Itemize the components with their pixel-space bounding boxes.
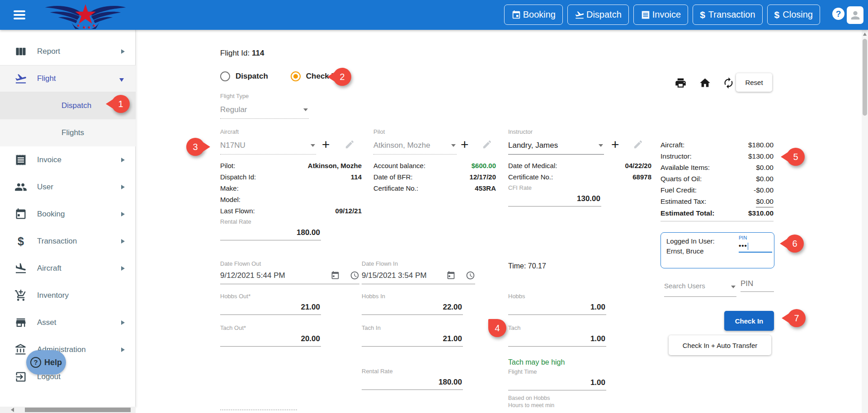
summary-label: Quarts of Oil: bbox=[660, 175, 702, 183]
chevron-right-icon bbox=[121, 320, 125, 325]
flight-dispatch-checkin-page: ★★★★ Booking Dispatch Invoice $ Transact… bbox=[0, 0, 868, 413]
clock-icon[interactable] bbox=[466, 271, 475, 280]
help-button[interactable]: ? Help bbox=[26, 350, 66, 375]
summary-label: Available Items: bbox=[660, 164, 710, 172]
chevron-right-icon bbox=[121, 239, 125, 244]
nav-closing-button[interactable]: $ Closing bbox=[767, 5, 820, 25]
detail-label: Pilot: bbox=[220, 162, 235, 169]
aircraft-select[interactable]: N17NU bbox=[220, 141, 316, 155]
vertical-scroll-thumb[interactable] bbox=[863, 39, 867, 116]
sidebar-item-flights[interactable]: Flights bbox=[0, 119, 136, 146]
people-icon bbox=[14, 181, 27, 193]
checkin-radio[interactable] bbox=[291, 71, 301, 81]
search-users-placeholder: Search Users bbox=[664, 282, 705, 290]
flight-type-label: Flight Type bbox=[220, 93, 249, 99]
edit-aircraft-icon[interactable] bbox=[344, 139, 355, 151]
clock-icon[interactable] bbox=[350, 271, 359, 280]
sidebar-item-user[interactable]: User bbox=[0, 174, 136, 201]
hobbs-out-field[interactable]: Hobbs Out* 21.00 bbox=[220, 293, 321, 315]
summary-row: Quarts of Oil: $0.00 bbox=[660, 175, 774, 183]
rental-rate-field-2[interactable]: Rental Rate 180.00 bbox=[362, 368, 463, 390]
sidebar-item-invoice[interactable]: Invoice bbox=[0, 146, 136, 174]
flight-type-value: Regular bbox=[220, 105, 247, 114]
detail-value: 453RA bbox=[475, 184, 496, 192]
dollar-icon: $ bbox=[700, 9, 705, 20]
print-icon[interactable] bbox=[675, 77, 687, 91]
sidebar-item-logout[interactable]: Logout bbox=[0, 363, 136, 390]
summary-row: Available Items: $0.00 bbox=[660, 164, 774, 172]
sidebar-item-inventory[interactable]: Inventory bbox=[0, 282, 136, 309]
tach-out-label: Tach Out* bbox=[220, 324, 321, 331]
dispatch-radio-label: Dispatch bbox=[236, 72, 268, 81]
pin-input[interactable]: ••• bbox=[739, 242, 772, 253]
aircraft-detail-row: Pilot: Atkinson, Mozhe bbox=[220, 162, 362, 169]
add-pilot-icon[interactable]: + bbox=[461, 138, 469, 151]
rental-rate-field[interactable]: Rental Rate 180.00 bbox=[220, 218, 321, 240]
home-icon[interactable] bbox=[699, 77, 711, 91]
pilot-select[interactable]: Atkinson, Mozhe bbox=[373, 141, 457, 155]
tach-in-label: Tach In bbox=[362, 324, 463, 331]
pin-search-input[interactable]: PIN bbox=[741, 279, 774, 292]
instructor-detail-row: Date of Medical: 04/22/20 bbox=[508, 162, 651, 169]
summary-value: $130.00 bbox=[748, 152, 774, 160]
sidebar-item-booking[interactable]: Booking bbox=[0, 201, 136, 228]
logged-in-user-name: Ernst, Bruce bbox=[666, 247, 704, 255]
reset-button[interactable]: Reset bbox=[736, 73, 772, 92]
nav-dispatch-button[interactable]: Dispatch bbox=[567, 5, 629, 25]
dispatch-radio[interactable] bbox=[220, 71, 230, 81]
horizontal-scroll-thumb[interactable] bbox=[25, 408, 131, 412]
hobbs-in-label: Hobbs In bbox=[362, 293, 463, 300]
aircraft-value: N17NU bbox=[220, 141, 245, 150]
summary-value: $0.00 bbox=[756, 197, 774, 207]
nav-booking-button[interactable]: Booking bbox=[504, 5, 563, 25]
pilot-detail-row: Account balance: $600.00 bbox=[373, 162, 496, 169]
chevron-down-icon bbox=[119, 78, 124, 82]
person-icon bbox=[849, 9, 862, 22]
detail-value: 09/12/21 bbox=[335, 207, 362, 215]
nav-invoice-button[interactable]: Invoice bbox=[633, 5, 688, 25]
summary-label: Instructor: bbox=[660, 152, 692, 160]
hobbs-in-field[interactable]: Hobbs In 22.00 bbox=[362, 293, 463, 315]
sidebar-item-label: Inventory bbox=[37, 291, 69, 300]
tach-in-field[interactable]: Tach In 21.00 bbox=[362, 324, 463, 347]
scroll-up-icon[interactable] bbox=[863, 33, 867, 36]
receipt-icon bbox=[641, 10, 651, 20]
hobbs-out-label: Hobbs Out* bbox=[220, 293, 321, 300]
sidebar-item-asset[interactable]: Asset bbox=[0, 309, 136, 336]
edit-pilot-icon[interactable] bbox=[482, 139, 492, 151]
calendar-icon[interactable] bbox=[330, 271, 340, 280]
sidebar-item-aircraft[interactable]: Aircraft bbox=[0, 255, 136, 282]
refresh-icon[interactable] bbox=[722, 77, 735, 91]
checkin-auto-transfer-button[interactable]: Check In + Auto Transfer bbox=[669, 335, 771, 355]
sidebar-item-transaction[interactable]: $ Transaction bbox=[0, 228, 136, 255]
sidebar-item-label: Dispatch bbox=[61, 101, 91, 110]
sidebar-item-administration[interactable]: Administration bbox=[0, 336, 136, 363]
edit-instructor-icon[interactable] bbox=[633, 139, 643, 151]
calendar-icon bbox=[14, 208, 27, 221]
annotation-badge-6: 6 bbox=[786, 235, 804, 253]
calendar-icon[interactable] bbox=[446, 271, 456, 280]
add-instructor-icon[interactable]: + bbox=[611, 138, 619, 151]
time-total-label: Time: 70.17 bbox=[508, 262, 546, 270]
search-users-select[interactable]: Search Users bbox=[664, 282, 736, 297]
scroll-left-icon[interactable] bbox=[11, 408, 14, 412]
checkin-button[interactable]: Check In bbox=[724, 311, 774, 331]
date-flown-in-field[interactable]: Date Flown In 9/15/2021 3:54 PM bbox=[362, 260, 475, 284]
cfi-rate-field[interactable]: CFI Rate 130.00 bbox=[508, 184, 601, 206]
dropdown-arrow-icon bbox=[731, 286, 736, 288]
add-aircraft-icon[interactable]: + bbox=[322, 138, 330, 151]
horizontal-scrollbar[interactable] bbox=[0, 407, 136, 413]
date-flown-out-field[interactable]: Date Flown Out 9/12/2021 5:44 PM bbox=[220, 260, 359, 284]
vertical-scrollbar[interactable] bbox=[862, 30, 868, 413]
user-avatar[interactable] bbox=[847, 6, 863, 24]
sidebar-item-flight[interactable]: Flight bbox=[0, 65, 136, 92]
nav-transaction-button[interactable]: $ Transaction bbox=[693, 5, 762, 25]
menu-icon[interactable] bbox=[14, 10, 25, 19]
help-icon[interactable]: ? bbox=[832, 8, 844, 20]
instructor-select[interactable]: Landry, James bbox=[508, 141, 604, 155]
tach-out-field[interactable]: Tach Out* 20.00 bbox=[220, 324, 321, 347]
flight-id: Flight Id: 114 bbox=[220, 49, 264, 58]
flight-type-select[interactable]: Regular bbox=[220, 105, 309, 119]
detail-label: Make: bbox=[220, 184, 239, 192]
sidebar-item-report[interactable]: Report bbox=[0, 38, 136, 65]
